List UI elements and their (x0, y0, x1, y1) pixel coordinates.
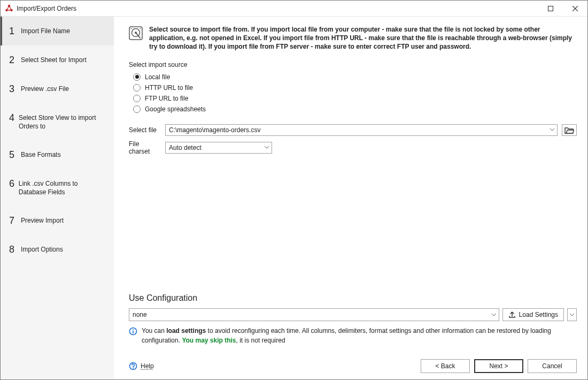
step-number: 1 (9, 26, 21, 36)
step-number: 7 (9, 216, 21, 225)
svg-rect-11 (133, 331, 134, 333)
step-link-columns[interactable]: 6 Link .csv Columns to Database Fields (1, 169, 114, 206)
step-label: Import File Name (21, 26, 72, 36)
radio-ftp-url[interactable]: FTP URL to file (129, 93, 577, 104)
window-title: Import/Export Orders (17, 5, 538, 12)
step-label: Select Sheet for Import (21, 55, 89, 65)
cancel-button[interactable]: Cancel (528, 359, 577, 373)
configuration-info: You can load settings to avoid reconfigu… (129, 326, 577, 345)
svg-point-8 (140, 28, 141, 29)
load-settings-button[interactable]: Load Settings (502, 308, 564, 321)
help-icon (129, 362, 137, 370)
configuration-combo[interactable]: none (129, 308, 499, 321)
step-label: Base Formats (21, 150, 63, 159)
radio-google-spreadsheets[interactable]: Google spreadsheets (129, 104, 577, 115)
select-source-label: Select import source (129, 61, 577, 69)
chevron-down-icon[interactable] (547, 125, 557, 135)
radio-icon (133, 84, 141, 92)
folder-open-icon (564, 126, 574, 134)
hard-disk-icon (129, 26, 143, 40)
step-number: 4 (9, 113, 19, 123)
radio-label: Local file (145, 73, 170, 81)
maximize-button[interactable] (538, 1, 563, 17)
radio-label: FTP URL to file (145, 95, 188, 102)
step-number: 2 (9, 55, 21, 65)
intro-block: Select source to import file from. If yo… (129, 25, 577, 51)
radio-local-file[interactable]: Local file (129, 72, 577, 82)
import-export-window: Import/Export Orders 1 Import File Name … (0, 0, 588, 380)
svg-point-10 (133, 329, 134, 330)
radio-icon (133, 73, 141, 81)
radio-icon (133, 105, 141, 113)
app-icon (5, 4, 13, 13)
radio-icon (133, 95, 141, 102)
close-button[interactable] (563, 1, 587, 17)
step-preview-import[interactable]: 7 Preview Import (1, 206, 114, 235)
chevron-down-icon[interactable] (489, 309, 499, 321)
upload-icon (508, 311, 516, 318)
step-label: Import Options (21, 245, 65, 254)
step-import-options[interactable]: 8 Import Options (1, 235, 114, 264)
intro-text: Select source to import file from. If yo… (149, 25, 577, 51)
source-radio-group: Local file HTTP URL to file FTP URL to f… (129, 72, 577, 115)
help-label: Help (141, 362, 154, 370)
wizard-sidebar: 1 Import File Name 2 Select Sheet for Im… (1, 17, 114, 379)
radio-label: HTTP URL to file (145, 84, 193, 92)
step-label: Link .csv Columns to Database Fields (19, 179, 107, 196)
step-label: Preview .csv File (21, 84, 71, 94)
info-icon (129, 327, 137, 336)
charset-label: File charset (129, 140, 161, 155)
step-label: Preview Import (21, 216, 66, 225)
chevron-down-icon (570, 314, 574, 316)
close-icon (572, 6, 578, 11)
help-link[interactable]: Help (129, 362, 154, 370)
back-button[interactable]: < Back (421, 359, 470, 373)
svg-rect-3 (548, 6, 553, 11)
step-number: 8 (9, 245, 21, 254)
step-import-file-name[interactable]: 1 Import File Name (1, 17, 114, 45)
step-select-store-view[interactable]: 4 Select Store View to import Orders to (1, 103, 114, 140)
configuration-value: none (129, 311, 489, 318)
step-label: Select Store View to import Orders to (19, 113, 107, 131)
browse-file-button[interactable] (562, 124, 577, 136)
charset-value: Auto detect (166, 144, 262, 151)
next-button[interactable]: Next > (474, 359, 523, 373)
step-base-formats[interactable]: 5 Base Formats (1, 140, 114, 169)
use-configuration-heading: Use Configuration (129, 293, 577, 303)
step-preview-csv[interactable]: 3 Preview .csv File (1, 74, 114, 103)
step-number: 6 (9, 179, 19, 188)
configuration-info-text: You can load settings to avoid reconfigu… (142, 326, 577, 345)
step-number: 5 (9, 150, 21, 159)
titlebar: Import/Export Orders (1, 1, 587, 17)
radio-label: Google spreadsheets (145, 105, 206, 113)
step-number: 3 (9, 84, 21, 94)
svg-point-7 (131, 28, 132, 29)
file-path-value: C:\magento\magento-orders.csv (166, 126, 547, 134)
chevron-down-icon[interactable] (262, 142, 272, 153)
wizard-footer: Help < Back Next > Cancel (129, 356, 577, 373)
select-file-label: Select file (129, 126, 161, 134)
file-path-combo[interactable]: C:\magento\magento-orders.csv (165, 124, 558, 136)
charset-combo[interactable]: Auto detect (165, 142, 272, 154)
step-select-sheet[interactable]: 2 Select Sheet for Import (1, 45, 114, 74)
load-settings-dropdown[interactable] (567, 308, 577, 321)
radio-http-url[interactable]: HTTP URL to file (129, 82, 577, 93)
svg-point-13 (133, 368, 134, 369)
maximize-icon (548, 6, 553, 11)
load-settings-label: Load Settings (519, 311, 558, 318)
main-panel: Select source to import file from. If yo… (114, 17, 587, 379)
